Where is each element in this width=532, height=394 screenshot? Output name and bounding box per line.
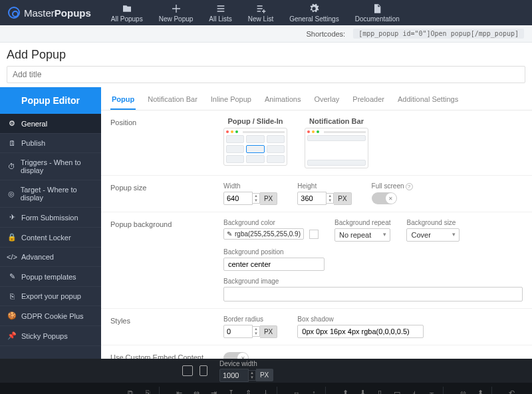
height-input[interactable] — [297, 192, 327, 205]
tablet-icon[interactable] — [200, 365, 207, 376]
embed-toggle[interactable] — [223, 352, 249, 359]
tab-overlay[interactable]: Overlay — [313, 93, 340, 110]
align-right-icon[interactable]: ⇥ — [207, 387, 219, 394]
canvas-toolbar: ⧉ ⎘ ⇤ ⇔ ⇥ ⤒ ⇕ ⤓ ↔ ↕ ⬆ ⬇ ▯ ▭ ⫞ ⫟ ⬄ ⬍ ↶ — [0, 383, 532, 394]
export-icon: ⎘ — [8, 292, 16, 300]
sidebar-item-target[interactable]: ◎Target - Where to display — [0, 180, 101, 208]
bg-color-input[interactable]: ✎ rgba(255,255,255,0.9) — [223, 228, 304, 240]
editor-header: Popup Editor — [0, 87, 101, 114]
help-icon[interactable]: ? — [406, 183, 413, 190]
nav-general-settings[interactable]: General Settings — [289, 3, 339, 23]
nav-new-popup[interactable]: New Popup — [159, 3, 194, 23]
bg-color-label: Background color — [223, 219, 319, 226]
fit-width-icon[interactable]: ⬄ — [457, 387, 469, 394]
tab-inline-popup[interactable]: Inline Popup — [209, 93, 253, 110]
duplicate-icon[interactable]: ⎘ — [142, 387, 154, 394]
device-bar: Device width ▲▼ PX — [0, 359, 532, 383]
sidebar-item-export[interactable]: ⎘Export your popup — [0, 287, 101, 306]
sidebar-item-general[interactable]: ⚙General — [0, 114, 101, 134]
shadow-label: Box shadow — [297, 315, 424, 323]
stretch-v-icon[interactable]: ↕ — [308, 387, 320, 394]
bring-front-icon[interactable]: ⬆ — [339, 387, 351, 394]
height-label: Height — [297, 182, 351, 190]
height-unit[interactable]: PX — [334, 192, 351, 205]
shadow-input[interactable] — [297, 325, 424, 338]
device-width-input[interactable] — [219, 369, 249, 382]
radius-input[interactable] — [223, 325, 253, 338]
layers-icon[interactable]: ⧉ — [124, 387, 136, 394]
position-label: Position — [110, 117, 223, 168]
stretch-h-icon[interactable]: ↔ — [291, 387, 303, 394]
bg-image-input[interactable] — [223, 287, 523, 301]
width-unit[interactable]: PX — [260, 192, 277, 205]
field-styles: Styles Border radius ▲▼ PX Box shadow — [101, 309, 532, 345]
radius-spinner[interactable]: ▲▼ — [253, 326, 260, 337]
sidebar-item-form[interactable]: ✈Form Submission — [0, 208, 101, 228]
desktop-icon[interactable] — [182, 365, 193, 376]
align-center-h-icon[interactable]: ⇔ — [190, 387, 202, 394]
position-grid-notification[interactable] — [305, 128, 368, 168]
undo-icon[interactable]: ↶ — [505, 387, 517, 394]
bg-size-select[interactable]: Cover — [406, 228, 460, 242]
send-icon: ✈ — [8, 213, 16, 222]
shortcode-bar: Shortcodes: [mpp_popup id="0"]Open popup… — [0, 25, 532, 43]
content-pane: Popup Notification Bar Inline Popup Anim… — [101, 87, 532, 359]
align-center-v-icon[interactable]: ⇕ — [242, 387, 254, 394]
distribute-v-icon[interactable]: ⫟ — [426, 387, 438, 394]
calendar-icon: 🗓 — [8, 139, 16, 147]
bg-position-input[interactable] — [223, 258, 325, 271]
styles-label: Styles — [110, 315, 223, 338]
radius-label: Border radius — [223, 315, 277, 323]
logo-icon — [8, 7, 20, 19]
nav-all-popups[interactable]: All Popups — [111, 3, 143, 23]
nav-new-list[interactable]: New List — [248, 3, 273, 23]
shortcode-label: Shortcodes: — [306, 30, 345, 38]
gear-icon: ⚙ — [8, 119, 16, 128]
clock-icon: ⏱ — [8, 162, 15, 170]
sidebar-item-triggers[interactable]: ⏱Triggers - When to display — [0, 153, 101, 180]
nav-items: All Popups New Popup All Lists New List … — [111, 3, 400, 23]
distribute-h-icon[interactable]: ⫞ — [408, 387, 420, 394]
ungroup-icon[interactable]: ▭ — [391, 387, 403, 394]
send-back-icon[interactable]: ⬇ — [356, 387, 368, 394]
nav-documentation[interactable]: Documentation — [355, 3, 400, 23]
title-input[interactable] — [7, 66, 525, 83]
tab-additional[interactable]: Additional Settings — [396, 93, 460, 110]
height-spinner[interactable]: ▲▼ — [327, 193, 334, 204]
nav-all-lists[interactable]: All Lists — [209, 3, 231, 23]
sidebar-item-advanced[interactable]: </>Advanced — [0, 248, 101, 267]
sidebar-item-locker[interactable]: 🔒Content Locker — [0, 228, 101, 248]
eyedropper-icon: ✎ — [227, 230, 232, 238]
device-width-spinner[interactable]: ▲▼ — [249, 370, 256, 381]
align-top-icon[interactable]: ⤒ — [225, 387, 237, 394]
tab-animations[interactable]: Animations — [263, 93, 302, 110]
brand-logo: MasterPopups — [8, 7, 91, 19]
field-background: Popup background Background color ✎ rgba… — [101, 212, 532, 309]
tab-notification-bar[interactable]: Notification Bar — [146, 93, 199, 110]
sidebar-item-sticky[interactable]: 📌Sticky Popups — [0, 326, 101, 346]
position-grid-popup[interactable] — [223, 128, 287, 166]
brand-name: MasterPopups — [24, 7, 91, 19]
device-width-unit[interactable]: PX — [256, 369, 273, 381]
fit-height-icon[interactable]: ⬍ — [474, 387, 486, 394]
shortcode-code[interactable]: [mpp_popup id="0"]Open popup[/mpp_popup] — [353, 29, 524, 39]
bg-repeat-select[interactable]: No repeat — [334, 228, 391, 242]
sidebar-item-templates[interactable]: ✎Popup templates — [0, 267, 101, 287]
sidebar-item-publish[interactable]: 🗓Publish — [0, 134, 101, 153]
width-input[interactable] — [223, 192, 253, 205]
group-icon[interactable]: ▯ — [374, 387, 386, 394]
color-picker-icon[interactable] — [309, 230, 319, 239]
sidebar-item-gdpr[interactable]: 🍪GDPR Cookie Plus — [0, 306, 101, 326]
fullscreen-toggle[interactable] — [372, 192, 397, 204]
width-spinner[interactable]: ▲▼ — [253, 193, 260, 204]
fullscreen-label: Full screen? — [372, 182, 413, 190]
position-preview: Popup / Slide-In Notification Bar — [223, 117, 368, 168]
align-left-icon[interactable]: ⇤ — [173, 387, 185, 394]
tab-preloader[interactable]: Preloader — [351, 93, 386, 110]
radius-unit[interactable]: PX — [260, 325, 277, 338]
cookie-icon: 🍪 — [8, 311, 16, 320]
bg-repeat-label: Background repeat — [334, 219, 391, 226]
tab-popup[interactable]: Popup — [110, 93, 136, 110]
align-bottom-icon[interactable]: ⤓ — [259, 387, 271, 394]
title-area: Add Popup — [0, 43, 532, 87]
